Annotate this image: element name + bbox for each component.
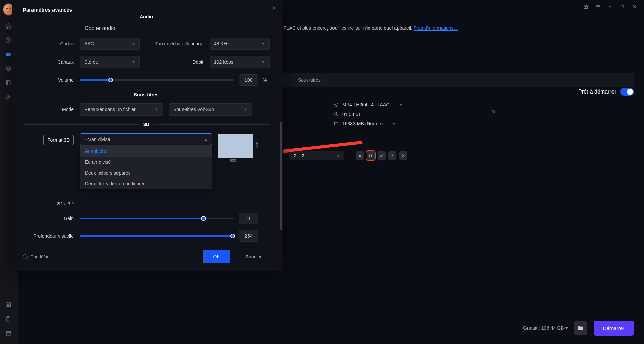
svg-point-2	[6, 38, 11, 43]
default-radio-row[interactable]: Par défaut	[23, 254, 51, 259]
depth-slider[interactable]	[80, 235, 234, 237]
channels-select[interactable]: Stéréo▼	[80, 56, 140, 68]
cancel-button[interactable]: Annuler	[235, 250, 272, 263]
format3d-dropdown: Anaglyphe Écran divisé Deux fichiers sép…	[80, 145, 212, 189]
play-icon[interactable]: ▶	[356, 151, 364, 160]
home-icon[interactable]	[5, 22, 13, 30]
svg-point-11	[336, 104, 337, 105]
clipboard-icon[interactable]	[5, 316, 13, 323]
globe-icon[interactable]	[5, 65, 13, 73]
copy-audio-checkbox[interactable]	[76, 26, 81, 31]
format3d-option-anaglyph[interactable]: Anaglyphe	[80, 146, 212, 157]
language-select[interactable]: ZH, ZH▾	[289, 151, 344, 160]
section-3d: 3D	[143, 122, 149, 127]
bitrate-select[interactable]: 192 kbps▼	[210, 56, 270, 68]
gain-value[interactable]: 8	[239, 213, 258, 224]
delete-icon[interactable]: ✕	[399, 151, 407, 160]
svg-rect-13	[335, 122, 338, 125]
compass-icon[interactable]	[5, 37, 13, 44]
svg-point-10	[335, 103, 338, 107]
menu-icon[interactable]	[595, 4, 601, 9]
samplerate-select[interactable]: 48 KHz▼	[210, 38, 270, 50]
section-subtitles: Sous-titres	[134, 92, 158, 97]
3d-preview: 800 600	[218, 133, 259, 161]
more-info-link[interactable]: Plus d'informations…	[414, 25, 458, 31]
chevron-down-icon[interactable]: ▾	[393, 121, 395, 126]
3d-settings-button[interactable]	[367, 151, 375, 160]
remove-file-button[interactable]	[491, 109, 496, 116]
subtitle-type-select[interactable]: Sous-titres VobSub▼	[169, 103, 252, 116]
minimize-icon[interactable]	[607, 4, 613, 9]
volume-label: Volume	[23, 77, 74, 83]
format3d-option-twofiles[interactable]: Deux fichiers séparés	[80, 167, 212, 178]
format3d-label: Format 3D	[43, 135, 74, 145]
svg-rect-1	[621, 5, 624, 8]
codec-label: Codec	[23, 41, 74, 46]
depth-value[interactable]: 254	[239, 230, 258, 242]
file-info: MP4 | H264 | 4k | AAC ▾ 01:58:51 16383 M…	[334, 100, 402, 128]
hand-icon[interactable]	[5, 94, 13, 101]
start-button[interactable]: Démarrer	[594, 321, 634, 336]
section-audio: Audio	[139, 14, 153, 19]
list-icon[interactable]	[5, 301, 13, 309]
gain-label: Gain	[23, 216, 74, 221]
archive-icon[interactable]	[5, 330, 13, 337]
subtitle-mode-label: Mode	[23, 107, 74, 112]
maximize-icon[interactable]	[620, 4, 625, 9]
cut-icon[interactable]: ✂	[388, 151, 396, 160]
volume-unit: %	[263, 77, 270, 83]
output-folder-button[interactable]	[574, 321, 587, 335]
default-radio[interactable]	[23, 254, 28, 259]
description-text: , FLAC et plus encore, pour les lire sur…	[281, 25, 458, 31]
clock-icon	[334, 112, 339, 117]
scrollbar[interactable]	[280, 122, 282, 230]
format3d-option-twostreams[interactable]: Deux flux vidéo en un fichier	[80, 178, 212, 189]
volume-slider[interactable]	[80, 79, 234, 81]
free-space-label: Gratuit : 106.44 GB ▾	[523, 325, 568, 331]
format3d-select[interactable]: Écran divisé▲	[80, 133, 212, 145]
2d-to-3d-label: 2D à 3D	[23, 201, 74, 206]
svg-rect-4	[6, 80, 10, 85]
box-icon[interactable]	[5, 51, 13, 58]
file-duration: 01:58:51	[342, 112, 361, 117]
depth-label: Profondeur visuelle	[23, 233, 74, 239]
samplerate-label: Taux d'échantillonnage	[146, 41, 203, 46]
gift-icon[interactable]	[583, 4, 588, 9]
svg-rect-9	[6, 332, 10, 335]
subtitle-mode-select[interactable]: Remuxer dans un fichier▼	[80, 103, 163, 116]
modal-close-button[interactable]	[271, 5, 276, 12]
ready-row: Prêt à démarrer	[578, 88, 634, 96]
default-label: Par défaut	[30, 254, 51, 259]
volume-value[interactable]: 100	[239, 74, 258, 86]
track-actions: ZH, ZH▾ ▶ ✂ ✕	[289, 151, 407, 160]
bitrate-label: Débit	[146, 59, 203, 65]
copy-audio-label: Copier audio	[85, 25, 115, 32]
gain-slider[interactable]	[80, 218, 234, 219]
edit-icon[interactable]	[378, 151, 386, 160]
file-format: MP4 | H264 | 4k | AAC	[342, 102, 389, 107]
ready-toggle[interactable]	[620, 88, 634, 96]
ok-button[interactable]: OK	[203, 250, 230, 263]
close-icon[interactable]	[632, 4, 637, 9]
codec-select[interactable]: AAC▼	[80, 38, 140, 50]
chevron-down-icon[interactable]: ▾	[400, 102, 402, 107]
tab-subtitles[interactable]: Sous-titres	[288, 73, 352, 87]
channels-label: Canaux	[23, 59, 74, 65]
ready-label: Prêt à démarrer	[578, 89, 616, 95]
advanced-settings-modal: Paramètres avancés Audio Copier audio Co…	[12, 0, 283, 271]
titlebar	[583, 0, 644, 14]
file-size: 16383 MB (Norme)	[342, 121, 383, 126]
format-icon	[334, 102, 339, 107]
storage-icon	[334, 121, 339, 126]
modal-title: Paramètres avancés	[23, 7, 272, 13]
footer-bar: Gratuit : 106.44 GB ▾ Démarrer	[129, 320, 634, 337]
format3d-option-split[interactable]: Écran divisé	[80, 157, 212, 167]
book-icon[interactable]	[5, 79, 13, 87]
